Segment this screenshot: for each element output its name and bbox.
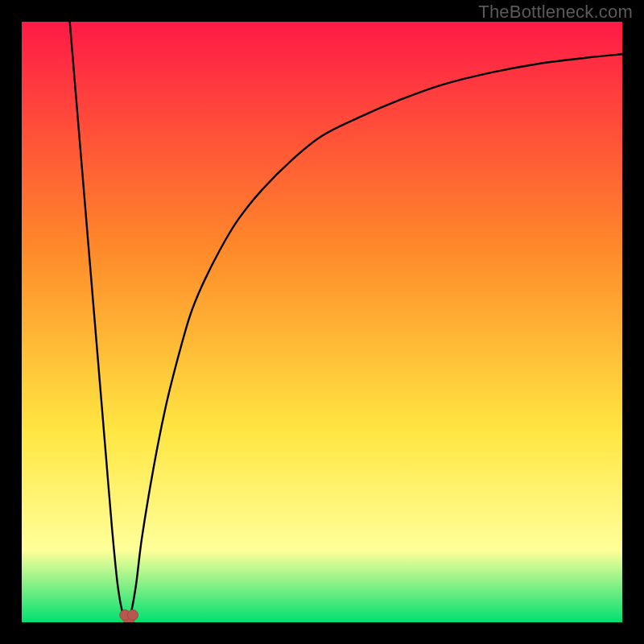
watermark-text: TheBottleneck.com — [478, 2, 633, 23]
chart-container: TheBottleneck.com — [0, 0, 644, 644]
minimum-marker-right — [128, 610, 138, 621]
chart-svg — [22, 22, 622, 622]
plot-area — [22, 22, 622, 622]
minimum-markers — [120, 610, 138, 621]
